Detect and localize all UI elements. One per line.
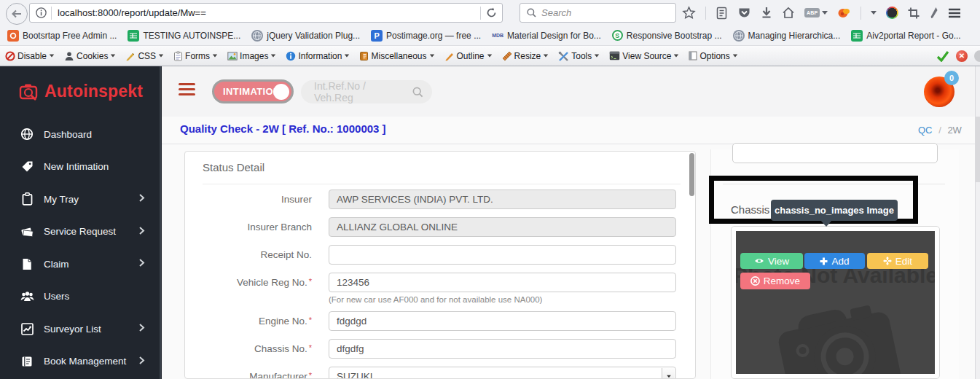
remove-button[interactable]: Remove [740,273,810,289]
chevron-right-icon [138,323,145,335]
field-label: Vehicle Reg No.* [185,277,312,288]
receipt-no-field[interactable] [329,245,676,265]
tickets-icon [20,226,34,238]
devbar-information-menu[interactable]: Information [286,51,350,61]
fireshot-extension-icon[interactable] [837,7,851,20]
adblock-button[interactable]: ABP [804,8,828,17]
adblock-icon: ABP [804,8,820,17]
required-asterisk: * [309,343,312,352]
vehicle-reg-no-field[interactable] [329,273,676,292]
caret-down-icon [733,55,737,58]
crop-extension-icon[interactable] [908,7,920,19]
devbar-view-source-menu[interactable]: View Source [609,51,679,61]
breadcrumb-qc-link[interactable]: QC [918,125,933,136]
devbar-miscellaneous-menu[interactable]: Miscellaneous [359,51,434,61]
sidebar-item-dashboard[interactable]: Dashboard [0,118,160,151]
bookmarks-menu-icon[interactable] [716,7,728,20]
brand-name: Autoinspekt [44,82,143,101]
select-dropdown-button[interactable] [662,368,675,379]
bootstrap-studio-favicon: S [612,30,623,41]
page-info-icon[interactable] [36,7,47,18]
bookmark-item[interactable]: jQuery Validation Plug... [251,30,360,42]
mdb-favicon: MDB [492,30,503,42]
brand-logo[interactable]: Autoinspekt [0,66,162,116]
devbar-tools-menu[interactable]: Tools [558,51,600,61]
back-arrow-icon [12,9,22,18]
sheet-favicon [851,30,863,42]
divider [480,7,481,20]
sidebar-scrollbar[interactable] [160,66,161,379]
caret-down-icon [674,55,678,58]
downloads-icon[interactable] [761,7,772,19]
devbar-disable-menu[interactable]: Disable [5,51,55,61]
reload-icon[interactable] [486,7,497,18]
pen-extension-icon[interactable] [929,7,938,19]
camera-silhouette-icon [750,278,925,374]
url-text[interactable]: localhost:8000/report/update/Mw== [58,7,206,18]
book-icon [20,356,34,367]
globe-favicon [251,30,263,42]
devbar-resize-menu[interactable]: Resize [502,51,549,61]
field-label: Insurer [185,194,312,205]
chassis-image-card: Photo Not Available View [731,226,940,379]
miscellaneous-icon [359,51,369,61]
devbar-css-menu[interactable]: CSS [125,51,164,61]
bookmark-star-icon[interactable] [682,6,696,20]
intimation-toggle[interactable]: INTIMATION [212,79,294,103]
back-button[interactable] [6,3,28,25]
field-label: Engine No.* [185,316,312,327]
sidebar-toggle-icon[interactable] [179,80,195,98]
toggle-knob [273,84,289,100]
bookmark-item[interactable]: P Postimage.org — free ... [371,30,481,42]
pocket-icon[interactable] [737,7,751,20]
bookmark-item[interactable]: MDB Material Design for Bo... [492,30,601,42]
bookmark-item[interactable]: Managing Hierarchica... [733,30,841,42]
manufacturer-select[interactable]: SUZUKI [329,367,676,379]
engine-no-field[interactable] [329,311,676,331]
url-bar[interactable]: localhost:8000/report/update/Mw== [29,3,503,23]
devbar-forms-menu[interactable]: Forms [173,51,218,61]
chevron-right-icon [138,193,145,205]
devbar-images-menu[interactable]: Images [227,51,276,61]
bookmark-item[interactable]: Bootsrtap Free Admin ... [7,30,117,42]
bookmark-item[interactable]: S Responsive Bootstrap ... [612,30,722,41]
outline-icon [444,51,455,61]
chassis-no-field[interactable] [329,339,676,359]
view-button[interactable]: View [740,253,803,269]
bookmark-item[interactable]: TESTING AUTOINSPE... [128,30,240,42]
search-bar[interactable]: Search [520,3,676,23]
window-scrollbar[interactable] [975,66,980,379]
valid-check-icon[interactable] [936,50,949,62]
extension-caret-icon[interactable] [871,11,877,15]
sidebar-item-new-intimation[interactable]: New Intimation [0,151,160,184]
sidebar-item-service-request[interactable]: Service Request [0,216,160,249]
field-label: Insurer Branch [185,222,312,233]
edit-button[interactable]: Edit [867,253,928,269]
colorwheel-extension-icon[interactable] [886,7,898,19]
caret-down-icon [544,55,548,58]
sidebar-item-surveyor-list[interactable]: Surveyor List [0,313,160,345]
insurer-branch-field[interactable] [329,217,676,237]
topbar-search[interactable]: Int.Ref.No / Veh.Reg [301,80,432,103]
error-icon[interactable]: ✕ [956,50,968,62]
window-scrollbar-thumb[interactable] [976,117,980,182]
sidebar-item-users[interactable]: Users [0,281,160,313]
field-label: Receipt No. [185,249,312,260]
menu-icon[interactable] [948,8,961,18]
notification-badge[interactable]: 0 [944,71,959,85]
sheet-favicon [128,30,139,42]
devbar-outline-menu[interactable]: Outline [444,51,493,61]
sidebar-item-book-management[interactable]: Book Management [0,345,160,378]
partial-input[interactable] [732,143,938,163]
required-asterisk: * [309,316,312,324]
insurer-field[interactable] [329,190,676,209]
devbar-options-menu[interactable]: Options [689,51,737,61]
home-icon[interactable] [782,7,795,19]
card-scrollbar-thumb[interactable] [689,153,694,196]
sidebar-item-claim[interactable]: Claim [0,248,160,281]
circle-x-icon [750,276,760,286]
devbar-cookies-menu[interactable]: Cookies [64,51,116,61]
add-button[interactable]: Add [804,253,865,269]
bookmark-item[interactable]: Aiv2portal Report - Go... [851,30,960,42]
sidebar-item-my-tray[interactable]: My Tray [0,183,160,216]
